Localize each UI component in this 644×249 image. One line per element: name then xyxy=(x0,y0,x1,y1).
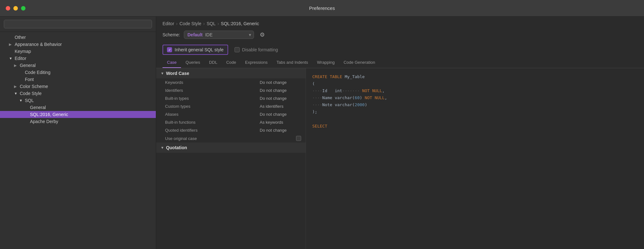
keywords-row: Keywords Do not change xyxy=(156,78,306,86)
sidebar-item-keymap[interactable]: Keymap xyxy=(0,48,156,55)
disable-format-checkbox[interactable] xyxy=(235,47,240,52)
sidebar-item-apache-derby[interactable]: Apache Derby xyxy=(0,118,156,125)
scheme-ide: IDE xyxy=(205,32,213,37)
inherit-row: ✓ Inherit general SQL style Disable form… xyxy=(156,42,644,57)
sidebar: ⌕ Other ▶ Appearance & Behavior Keymap xyxy=(0,17,156,249)
chevron-down-icon: ▾ xyxy=(249,32,251,37)
sidebar-item-label: Code Editing xyxy=(25,70,152,75)
tree-arrow: ▶ xyxy=(14,84,18,89)
sidebar-item-appearance[interactable]: ▶ Appearance & Behavior xyxy=(0,41,156,48)
sidebar-item-label: SQL xyxy=(25,98,152,103)
inherit-checkbox[interactable]: ✓ xyxy=(167,47,172,52)
sidebar-item-label: Keymap xyxy=(15,49,152,54)
aliases-label: Aliases xyxy=(165,112,256,117)
title-bar: Preferences xyxy=(0,0,644,17)
breadcrumb-sep-2: › xyxy=(203,21,205,26)
keywords-value: Do not change xyxy=(260,80,301,85)
code-preview: CREATE TABLE My_Table ( ····Id int······… xyxy=(306,68,644,249)
breadcrumb-sep-3: › xyxy=(217,21,219,26)
section-arrow: ▼ xyxy=(161,71,164,75)
sidebar-item-label: General xyxy=(20,63,152,68)
tab-tabs-indents[interactable]: Tabs and Indents xyxy=(272,57,313,68)
identifiers-value: Do not change xyxy=(260,88,301,93)
sidebar-item-sql[interactable]: ▼ SQL xyxy=(0,97,156,104)
tab-code-generation[interactable]: Code Generation xyxy=(339,57,380,68)
builtin-functions-value: As keywords xyxy=(260,120,301,125)
quoted-identifiers-row: Quoted identifiers Do not change xyxy=(156,126,306,134)
scheme-dropdown[interactable]: Default IDE ▾ xyxy=(184,31,254,39)
builtin-types-value: Do not change xyxy=(260,96,301,101)
tab-case[interactable]: Case xyxy=(163,57,181,68)
sidebar-tree: Other ▶ Appearance & Behavior Keymap ▼ E… xyxy=(0,32,156,249)
settings-panel: ▼ Word Case Keywords Do not change Ident… xyxy=(156,68,306,249)
section-arrow: ▼ xyxy=(161,146,164,150)
minimize-button[interactable] xyxy=(13,6,18,11)
scheme-default: Default xyxy=(187,32,202,37)
breadcrumb-editor: Editor xyxy=(163,21,174,26)
custom-types-row: Custom types As identifiers xyxy=(156,102,306,110)
sidebar-item-label: SQL:2016, Generic xyxy=(30,112,152,117)
search-input[interactable] xyxy=(4,20,152,28)
traffic-lights xyxy=(6,6,25,11)
use-original-label: Use original case xyxy=(165,136,292,141)
tree-arrow: ▶ xyxy=(9,42,13,47)
custom-types-label: Custom types xyxy=(165,104,256,109)
keywords-label: Keywords xyxy=(165,80,256,85)
gear-button[interactable]: ⚙ xyxy=(258,31,267,39)
search-bar: ⌕ xyxy=(0,17,156,32)
inherit-checkbox-label: Inherit general SQL style xyxy=(175,47,224,52)
sidebar-item-color-scheme[interactable]: ▶ Color Scheme xyxy=(0,83,156,90)
builtin-types-label: Built-in types xyxy=(165,96,256,101)
main-layout: ⌕ Other ▶ Appearance & Behavior Keymap xyxy=(0,17,644,249)
sidebar-item-label: Code Style xyxy=(20,91,152,96)
maximize-button[interactable] xyxy=(21,6,25,11)
disable-format-label: Disable formatting xyxy=(242,47,278,52)
word-case-section-header[interactable]: ▼ Word Case xyxy=(156,68,306,78)
identifiers-label: Identifiers xyxy=(165,88,256,93)
sidebar-item-general-sql[interactable]: General xyxy=(0,104,156,111)
inherit-checkbox-wrapper[interactable]: ✓ Inherit general SQL style xyxy=(163,45,228,55)
tab-code[interactable]: Code xyxy=(222,57,241,68)
breadcrumb-current: SQL:2016, Generic xyxy=(221,21,259,26)
aliases-row: Aliases Do not change xyxy=(156,110,306,118)
custom-types-value: As identifiers xyxy=(260,104,301,109)
tabs-row: Case Queries DDL Code Expressions Tabs a… xyxy=(156,57,644,68)
tab-queries[interactable]: Queries xyxy=(181,57,205,68)
sidebar-item-label: Editor xyxy=(15,56,152,61)
builtin-types-row: Built-in types Do not change xyxy=(156,94,306,102)
aliases-value: Do not change xyxy=(260,112,301,117)
breadcrumb-sql: SQL xyxy=(206,21,215,26)
sidebar-item-code-style[interactable]: ▼ Code Style xyxy=(0,90,156,97)
sidebar-item-label: Apache Derby xyxy=(30,119,152,124)
close-button[interactable] xyxy=(6,6,10,11)
sidebar-item-sql-2016[interactable]: SQL:2016, Generic xyxy=(0,111,156,118)
tab-content: ▼ Word Case Keywords Do not change Ident… xyxy=(156,68,644,249)
breadcrumb-code-style: Code Style xyxy=(179,21,201,26)
sidebar-item-general[interactable]: ▶ General xyxy=(0,62,156,69)
code-preview-text: CREATE TABLE My_Table ( ····Id int······… xyxy=(312,73,638,130)
use-original-checkbox[interactable] xyxy=(296,136,301,141)
tab-expressions[interactable]: Expressions xyxy=(241,57,272,68)
tree-arrow: ▼ xyxy=(9,56,13,60)
quoted-identifiers-value: Do not change xyxy=(260,128,301,133)
breadcrumb-sep-1: › xyxy=(176,21,178,26)
sidebar-item-label: Color Scheme xyxy=(20,84,152,89)
sidebar-item-label: General xyxy=(30,105,152,110)
quotation-section-header[interactable]: ▼ Quotation xyxy=(156,143,306,153)
window-title: Preferences xyxy=(309,5,335,11)
sidebar-item-label: Font xyxy=(25,77,152,82)
scheme-label: Scheme: xyxy=(163,32,180,37)
tree-arrow: ▼ xyxy=(14,92,18,95)
sidebar-item-editor[interactable]: ▼ Editor xyxy=(0,55,156,62)
builtin-functions-row: Built-in functions As keywords xyxy=(156,118,306,126)
tree-arrow: ▼ xyxy=(19,99,23,102)
sidebar-item-code-editing[interactable]: Code Editing xyxy=(0,69,156,76)
tab-wrapping[interactable]: Wrapping xyxy=(313,57,339,68)
breadcrumb: Editor › Code Style › SQL › SQL:2016, Ge… xyxy=(156,17,644,29)
tree-arrow: ▶ xyxy=(14,63,18,68)
sidebar-item-font[interactable]: Font xyxy=(0,76,156,83)
word-case-title: Word Case xyxy=(166,71,189,76)
sidebar-item-other[interactable]: Other xyxy=(0,34,156,41)
content-panel: Editor › Code Style › SQL › SQL:2016, Ge… xyxy=(156,17,644,249)
tab-ddl[interactable]: DDL xyxy=(205,57,222,68)
